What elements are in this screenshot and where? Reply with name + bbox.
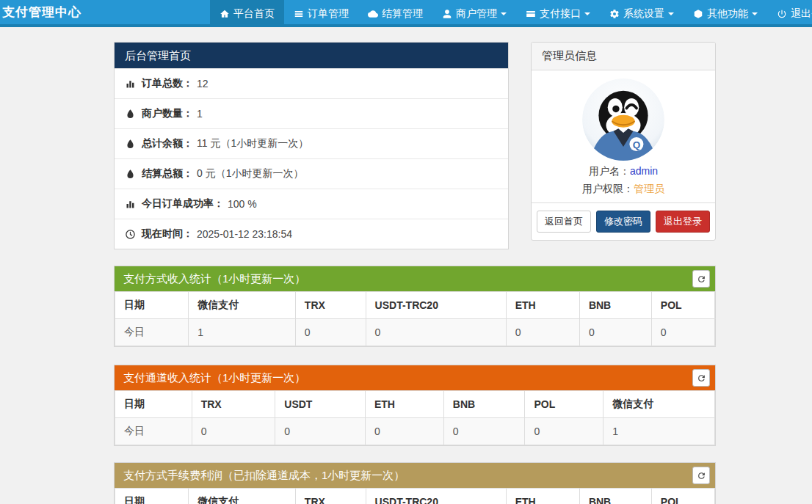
table-header-row: 日期微信支付TRXUSDT-TRC20ETHBNBPOL总计 <box>115 489 715 504</box>
nav-item-label: 退出登录 <box>791 7 812 21</box>
nav-item-gear[interactable]: 系统设置 <box>600 0 684 27</box>
table-header-row: 日期TRXUSDTETHBNBPOL微信支付总计 <box>115 391 715 418</box>
column-header: POL <box>651 292 714 319</box>
admin-panel-body: Q 用户名：admin 用户权限：管理员 <box>532 70 715 202</box>
nav-item-label: 平台首页 <box>233 7 275 21</box>
chevron-down-icon <box>668 12 674 18</box>
column-header: 日期 <box>115 391 192 418</box>
column-header: USDT-TRC20 <box>366 292 506 319</box>
home-icon <box>220 9 230 19</box>
stat-row: 今日订单成功率：100 % <box>115 189 508 219</box>
column-header: BNB <box>443 391 525 418</box>
table-cell: 今日 <box>115 418 192 445</box>
table-cell: 0 <box>506 319 579 346</box>
fee-profit-heading: 支付方式手续费利润（已扣除通道成本，1小时更新一次） <box>115 463 715 488</box>
admin-info-panel: 管理员信息 <box>531 42 716 241</box>
clock-icon <box>125 229 136 240</box>
column-header: BNB <box>579 489 651 504</box>
top-navbar: 支付管理中心 平台首页订单管理结算管理商户管理支付接口系统设置其他功能退出登录 <box>0 0 812 27</box>
tint-icon <box>125 139 136 150</box>
role-value: 管理员 <box>634 183 664 194</box>
bar-chart-icon <box>125 78 136 90</box>
stat-value: 100 % <box>228 198 257 210</box>
column-header: 微信支付 <box>603 391 715 418</box>
column-header: POL <box>525 391 603 418</box>
pay-channel-income-table: 日期TRXUSDTETHBNBPOL微信支付总计今日0000011 <box>115 390 715 445</box>
nav-item-list[interactable]: 订单管理 <box>284 0 358 27</box>
list-icon <box>294 9 304 19</box>
column-header: 微信支付 <box>189 489 296 504</box>
nav-item-label: 其他功能 <box>707 7 748 21</box>
stat-row: 结算总额：0 元（1小时更新一次） <box>115 158 508 189</box>
username-link[interactable]: admin <box>630 165 658 177</box>
stat-label: 订单总数： <box>142 77 193 90</box>
credit-card-icon <box>526 9 536 19</box>
stat-value: 1 <box>197 108 203 120</box>
table-header-row: 日期微信支付TRXUSDT-TRC20ETHBNBPOL总计 <box>115 292 715 319</box>
stat-value: 12 <box>197 78 209 90</box>
dashboard-stats-panel: 后台管理首页 订单总数：12商户数量：1总计余额：11 元（1小时更新一次）结算… <box>114 42 509 249</box>
refresh-button[interactable] <box>692 467 710 484</box>
nav-item-power[interactable]: 退出登录 <box>767 0 812 27</box>
stat-row: 订单总数：12 <box>115 68 508 98</box>
tint-icon <box>125 109 136 120</box>
table-cell: 1 <box>603 418 715 445</box>
column-header: ETH <box>365 391 443 418</box>
pay-method-income-table: 日期微信支付TRXUSDT-TRC20ETHBNBPOL总计今日1000001 <box>115 291 715 346</box>
column-header: BNB <box>579 292 651 319</box>
role-line: 用户权限：管理员 <box>532 183 715 196</box>
back-home-button[interactable]: 返回首页 <box>537 211 591 233</box>
table-cell: 0 <box>525 418 603 445</box>
logout-button[interactable]: 退出登录 <box>656 211 710 233</box>
refresh-button[interactable] <box>692 369 710 387</box>
nav-item-label: 支付接口 <box>540 7 581 21</box>
pay-method-income-title: 支付方式收入统计（1小时更新一次） <box>123 272 305 285</box>
nav-item-user[interactable]: 商户管理 <box>432 0 516 27</box>
brand-title[interactable]: 支付管理中心 <box>2 0 81 24</box>
username-line: 用户名：admin <box>532 165 715 178</box>
username-label: 用户名： <box>589 165 630 177</box>
stats-rows: 订单总数：12商户数量：1总计余额：11 元（1小时更新一次）结算总额：0 元（… <box>115 68 508 249</box>
table-cell: 0 <box>366 319 506 346</box>
stat-label: 结算总额： <box>142 167 193 180</box>
cube-icon <box>693 9 703 19</box>
admin-panel-title: 管理员信息 <box>532 43 715 70</box>
table-cell: 今日 <box>115 319 189 346</box>
pay-channel-income-panel: 支付通道收入统计（1小时更新一次） 日期TRXUSDTETHBNBPOL微信支付… <box>114 365 716 446</box>
nav-item-cube[interactable]: 其他功能 <box>684 0 767 27</box>
power-icon <box>777 9 787 19</box>
bar-chart-icon <box>125 199 136 210</box>
penguin-avatar-image: Q <box>582 78 664 161</box>
column-header: TRX <box>295 489 366 504</box>
fee-profit-title: 支付方式手续费利润（已扣除通道成本，1小时更新一次） <box>123 469 405 481</box>
role-label: 用户权限： <box>582 183 634 194</box>
svg-text:Q: Q <box>633 139 640 150</box>
refresh-button[interactable] <box>692 270 710 288</box>
table-cell: 0 <box>295 319 366 346</box>
change-password-button[interactable]: 修改密码 <box>596 211 650 233</box>
nav-item-home[interactable]: 平台首页 <box>210 0 284 27</box>
table-cell: 1 <box>189 319 296 346</box>
pay-method-income-panel: 支付方式收入统计（1小时更新一次） 日期微信支付TRXUSDT-TRC20ETH… <box>114 266 716 347</box>
nav-item-cloud[interactable]: 结算管理 <box>358 0 432 27</box>
stat-value: 2025-01-12 23:18:54 <box>197 228 292 240</box>
column-header: USDT <box>275 391 366 418</box>
stats-panel-title: 后台管理首页 <box>115 43 508 68</box>
nav-item-label: 结算管理 <box>382 7 423 21</box>
table-cell: 0 <box>275 418 366 445</box>
stat-label: 商户数量： <box>142 107 193 120</box>
gear-icon <box>609 9 620 19</box>
nav-item-credit-card[interactable]: 支付接口 <box>516 0 600 27</box>
column-header: ETH <box>506 489 579 504</box>
table-cell: 0 <box>443 418 525 445</box>
pay-channel-income-title: 支付通道收入统计（1小时更新一次） <box>123 371 305 384</box>
nav-item-label: 订单管理 <box>308 7 349 21</box>
chevron-down-icon <box>752 12 758 18</box>
table-cell: 0 <box>365 418 443 445</box>
stat-row: 现在时间：2025-01-12 23:18:54 <box>115 219 508 249</box>
stat-label: 总计余额： <box>142 137 193 150</box>
qq-penguin-avatar: Q <box>582 78 664 161</box>
stat-label: 今日订单成功率： <box>142 197 224 211</box>
nav-item-label: 系统设置 <box>623 7 664 21</box>
tint-icon <box>125 169 136 180</box>
